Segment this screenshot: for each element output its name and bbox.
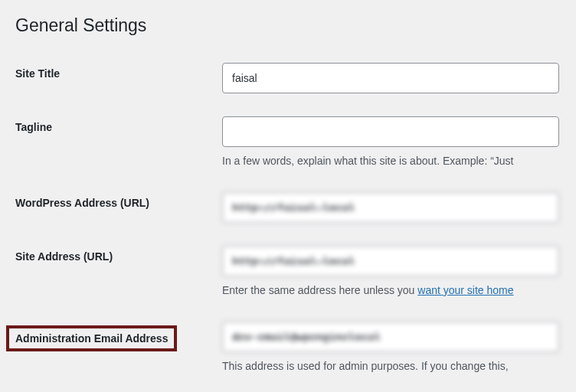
tagline-description: In a few words, explain what this site i… bbox=[222, 153, 561, 169]
admin-email-label: Administration Email Address bbox=[15, 332, 168, 345]
admin-email-highlight: Administration Email Address bbox=[6, 325, 177, 351]
site-url-input[interactable] bbox=[222, 246, 559, 276]
site-title-input[interactable] bbox=[222, 63, 559, 93]
settings-table: Site Title Tagline In a few words, expla… bbox=[15, 51, 561, 386]
admin-email-input[interactable] bbox=[222, 322, 559, 352]
admin-email-description: This address is used for admin purposes.… bbox=[222, 358, 561, 374]
site-home-link[interactable]: want your site home bbox=[417, 284, 513, 296]
page-title: General Settings bbox=[15, 8, 561, 51]
tagline-input[interactable] bbox=[222, 116, 559, 147]
site-url-label: Site Address (URL) bbox=[15, 250, 113, 263]
wordpress-url-label: WordPress Address (URL) bbox=[15, 197, 149, 209]
site-title-label: Site Title bbox=[15, 67, 60, 80]
wordpress-url-input[interactable] bbox=[222, 192, 559, 223]
tagline-label: Tagline bbox=[15, 121, 52, 133]
site-url-description: Enter the same address here unless you w… bbox=[222, 283, 561, 299]
